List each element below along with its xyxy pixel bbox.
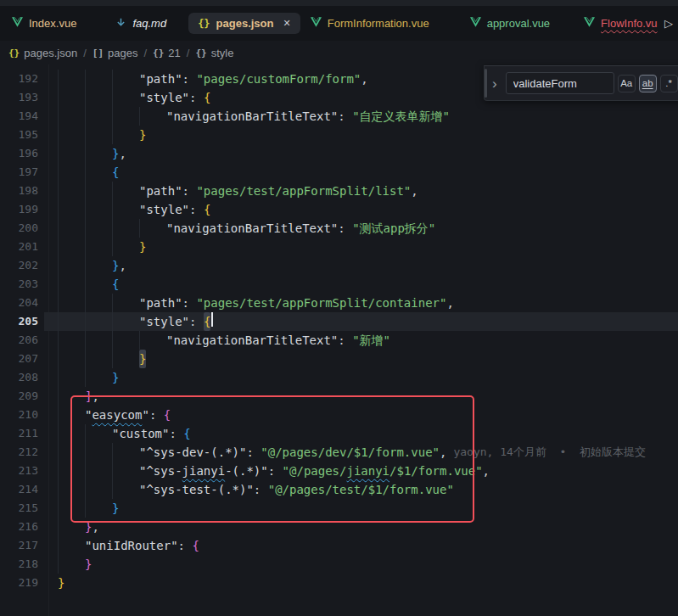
gutter-padding — [38, 294, 58, 312]
code-line-218[interactable]: 218} — [0, 555, 678, 574]
find-regex-icon: .* — [665, 78, 672, 88]
code-line-199[interactable]: 199"style": { — [0, 200, 678, 219]
token: , — [483, 462, 490, 480]
find-expand-chevron-icon[interactable]: › — [492, 76, 497, 91]
array-symbol-icon: [] — [92, 48, 104, 59]
code-line-216[interactable]: 216}, — [0, 518, 678, 536]
code-line-208[interactable]: 208} — [0, 368, 678, 387]
code-line-198[interactable]: 198"path": "pages/test/appFormSplit/list… — [0, 182, 678, 200]
tab-pages-json[interactable]: {}pages.json✕ — [188, 13, 300, 34]
line-number: 192 — [0, 70, 38, 88]
token-string: "新增" — [352, 331, 390, 350]
token: { — [112, 163, 119, 182]
line-number: 206 — [0, 331, 38, 350]
tab-overflow-chevron-icon[interactable]: ▷ — [664, 17, 673, 30]
gutter-padding — [38, 536, 58, 555]
find-input[interactable] — [506, 72, 614, 94]
code-line-209[interactable]: 209], — [0, 387, 678, 406]
tab-label: FlowInfo.vu — [601, 17, 657, 30]
breadcrumb-item-pages-json[interactable]: {}pages.json — [8, 47, 77, 59]
find-whole-word-button[interactable]: ab — [639, 75, 657, 92]
line-number: 200 — [0, 219, 38, 238]
code-line-205[interactable]: 205"style": { — [0, 312, 678, 331]
token-key: "style" — [139, 200, 189, 219]
line-number: 219 — [0, 574, 38, 592]
gutter-padding — [38, 182, 58, 200]
code-line-213[interactable]: 213"^sys-jianyi-(.*)": "@/pages/jianyi/$… — [0, 462, 678, 480]
gutter-padding — [38, 387, 58, 406]
vue-file-icon — [311, 17, 322, 30]
gutter-padding — [38, 219, 58, 238]
token-key: "path" — [139, 294, 182, 312]
line-number: 209 — [0, 387, 38, 406]
token-key: easycom — [92, 406, 142, 424]
code-line-195[interactable]: 195} — [0, 126, 678, 144]
token-string: "@/pages/ — [283, 462, 347, 480]
token: , — [119, 144, 126, 163]
breadcrumb: {}pages.json/[]pages/{}21/{}style — [0, 41, 678, 64]
token: { — [204, 200, 210, 219]
code-line-203[interactable]: 203{ — [0, 275, 678, 294]
find-match-case-button[interactable]: Aa — [618, 75, 636, 92]
breadcrumb-item-style[interactable]: {}style — [195, 47, 233, 59]
gutter-padding — [38, 424, 58, 443]
token: } — [112, 499, 119, 518]
object-symbol-icon: {} — [195, 48, 206, 59]
tab-index-vue[interactable]: Index.vue — [12, 13, 76, 34]
tab-forminformation-vue[interactable]: FormInformation.vue — [311, 13, 429, 34]
editor-tab-bar: Index.vuefaq.md{}pages.json✕FormInformat… — [0, 6, 678, 41]
tab-flowinfo-vu[interactable]: FlowInfo.vu — [584, 13, 657, 34]
tab-faq-md[interactable]: faq.md — [115, 13, 166, 35]
token: : — [254, 480, 268, 499]
code-line-215[interactable]: 215} — [0, 499, 678, 518]
tab-approval-vue[interactable]: approval.vue — [470, 13, 550, 34]
vue-file-icon — [470, 17, 481, 30]
find-regex-button[interactable]: .* — [660, 75, 678, 92]
indent-guides — [58, 275, 112, 294]
code-line-206[interactable]: 206"navigationBarTitleText": "新增" — [0, 331, 678, 350]
indent-guides — [58, 387, 85, 406]
code-line-211[interactable]: 211"custom": { — [0, 424, 678, 443]
token: { — [112, 275, 119, 294]
token: : — [189, 312, 204, 331]
find-widget-sash[interactable] — [485, 69, 487, 98]
gutter-padding — [38, 312, 58, 331]
code-line-204[interactable]: 204"path": "pages/test/appFormSplit/cont… — [0, 294, 678, 312]
code-line-200[interactable]: 200"navigationBarTitleText": "测试app拆分" — [0, 219, 678, 238]
find-widget: › Aaab.* — [484, 65, 678, 101]
tab-label: Index.vue — [29, 17, 76, 30]
token: } — [112, 368, 119, 387]
code-line-196[interactable]: 196}, — [0, 144, 678, 163]
code-line-202[interactable]: 202}, — [0, 256, 678, 275]
token: : — [182, 182, 197, 200]
code-line-214[interactable]: 214"^sys-test-(.*)": "@/pages/test/$1/fo… — [0, 480, 678, 499]
code-line-197[interactable]: 197{ — [0, 163, 678, 182]
code-line-212[interactable]: 212"^sys-dev-(.*)": "@/pages/dev/$1/form… — [0, 443, 678, 462]
code-line-217[interactable]: 217"uniIdRouter": { — [0, 536, 678, 555]
code-editor[interactable]: 192"path": "pages/customForm/form",193"s… — [0, 64, 678, 616]
indent-guides — [58, 480, 139, 499]
code-line-219[interactable]: 219} — [0, 574, 678, 592]
token-string: "自定义表单新增" — [352, 107, 450, 126]
line-number: 216 — [0, 518, 38, 536]
close-icon[interactable]: ✕ — [283, 18, 291, 29]
tab-label: FormInformation.vue — [328, 17, 429, 30]
breadcrumb-item-pages[interactable]: []pages — [92, 47, 138, 59]
indent-guides — [58, 350, 139, 368]
indent-guides — [58, 443, 139, 462]
gutter-padding — [38, 275, 58, 294]
gutter-padding — [38, 555, 58, 574]
line-number: 218 — [0, 555, 38, 574]
code-line-210[interactable]: 210"easycom": { — [0, 406, 678, 424]
vue-file-icon — [584, 17, 595, 30]
find-match-case-icon: Aa — [620, 78, 632, 88]
json-file-icon: {} — [198, 18, 210, 30]
indent-guides — [58, 256, 112, 275]
code-line-207[interactable]: 207} — [0, 350, 678, 368]
gutter-padding — [38, 480, 58, 499]
breadcrumb-item-21[interactable]: {}21 — [153, 47, 181, 59]
code-line-194[interactable]: 194"navigationBarTitleText": "自定义表单新增" — [0, 107, 678, 126]
code-line-201[interactable]: 201} — [0, 238, 678, 256]
gutter-padding — [38, 163, 58, 182]
line-number: 201 — [0, 238, 38, 256]
